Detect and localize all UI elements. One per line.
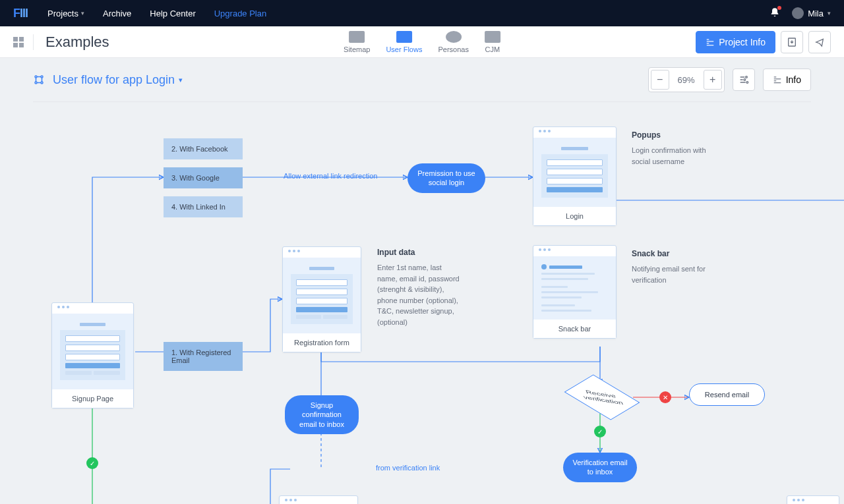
import-button[interactable] xyxy=(781,31,803,53)
node-signup-confirmation[interactable]: Signup confirmation email to inbox xyxy=(285,395,359,434)
logo[interactable]: FIII xyxy=(13,7,28,20)
tab-personas[interactable]: Personas xyxy=(438,31,468,53)
divider xyxy=(33,34,34,50)
chevron-down-icon: ▾ xyxy=(828,10,831,16)
node-registration-form[interactable]: Registration form xyxy=(282,246,361,352)
zoom-in-button[interactable]: + xyxy=(704,70,722,90)
notifications-icon[interactable] xyxy=(769,7,780,20)
apps-icon[interactable] xyxy=(13,37,24,47)
view-tabs: Sitemap User Flows Personas CJM xyxy=(344,31,500,53)
settings-button[interactable] xyxy=(733,69,755,91)
note-input-data: Input data Enter 1st name, last name, em… xyxy=(377,246,463,327)
user-menu[interactable]: Mila ▾ xyxy=(792,7,831,19)
svg-point-10 xyxy=(744,79,746,81)
chevron-down-icon: ▾ xyxy=(81,10,84,16)
node-partial[interactable] xyxy=(787,495,839,504)
flow-icon xyxy=(33,74,45,86)
nav-projects[interactable]: Projects▾ xyxy=(47,9,84,18)
node-verification-email[interactable]: Verification email to inbox xyxy=(563,453,637,482)
divider xyxy=(33,101,811,102)
svg-rect-1 xyxy=(707,41,714,42)
sub-nav: Examples Sitemap User Flows Personas CJM… xyxy=(0,26,844,58)
svg-rect-0 xyxy=(707,39,709,40)
edge-label-allow: Allow external link redirection xyxy=(284,172,377,180)
fail-icon: ✕ xyxy=(659,391,671,403)
node-signup-page[interactable]: Signup Page xyxy=(51,302,134,408)
zoom-control: − 69% + xyxy=(648,67,725,92)
nav-upgrade[interactable]: Upgrade Plan xyxy=(214,9,267,18)
page-title: Examples xyxy=(45,34,109,51)
svg-rect-3 xyxy=(707,45,714,45)
top-nav: FIII Projects▾ Archive Help Center Upgra… xyxy=(0,0,844,26)
svg-rect-15 xyxy=(773,82,781,83)
avatar xyxy=(792,7,804,19)
svg-rect-12 xyxy=(773,76,776,77)
svg-point-9 xyxy=(745,76,747,78)
nav-help[interactable]: Help Center xyxy=(150,9,195,18)
node-permission[interactable]: Premission to use social login xyxy=(407,163,485,193)
toolbar: User flow for app Login▾ − 69% + Info xyxy=(0,58,844,101)
info-button[interactable]: Info xyxy=(763,69,811,91)
option-registered-email[interactable]: 1. With Registered Email xyxy=(164,342,243,371)
node-receive-verification[interactable]: Receive verification xyxy=(564,374,640,420)
node-snackbar[interactable]: Snack bar xyxy=(533,245,617,339)
success-icon: ✓ xyxy=(594,426,606,437)
flow-title[interactable]: User flow for app Login▾ xyxy=(53,73,183,87)
tab-cjm[interactable]: CJM xyxy=(485,31,500,53)
option-linkedin[interactable]: 4. With Linked In xyxy=(164,196,243,217)
note-snackbar: Snack bar Notifying email sent for verif… xyxy=(632,248,724,285)
tab-userflows[interactable]: User Flows xyxy=(386,31,422,53)
tab-sitemap[interactable]: Sitemap xyxy=(344,31,370,53)
project-info-button[interactable]: Project Info xyxy=(696,31,775,53)
nav-archive[interactable]: Archive xyxy=(103,9,131,18)
canvas[interactable]: Signup Page 2. With Facebook 3. With Goo… xyxy=(0,101,844,504)
node-login[interactable]: Login xyxy=(533,126,617,226)
success-icon: ✓ xyxy=(86,457,98,469)
svg-point-11 xyxy=(746,82,748,84)
node-partial[interactable] xyxy=(279,495,358,504)
svg-point-5 xyxy=(35,76,37,78)
node-resend-email[interactable]: Resend email xyxy=(689,383,765,406)
svg-point-6 xyxy=(41,76,43,78)
edge-label-verification-link: from verification link xyxy=(376,464,440,472)
svg-point-8 xyxy=(41,82,43,84)
zoom-out-button[interactable]: − xyxy=(651,70,669,90)
svg-rect-14 xyxy=(773,80,776,81)
svg-rect-13 xyxy=(773,78,781,79)
zoom-value: 69% xyxy=(671,75,702,85)
svg-point-7 xyxy=(35,82,37,84)
chevron-down-icon: ▾ xyxy=(179,76,183,84)
share-button[interactable] xyxy=(808,31,831,53)
svg-rect-2 xyxy=(707,43,709,43)
option-google[interactable]: 3. With Google xyxy=(164,167,243,188)
option-facebook[interactable]: 2. With Facebook xyxy=(164,138,243,159)
note-popups: Popups Login confirmation with social us… xyxy=(632,129,724,167)
